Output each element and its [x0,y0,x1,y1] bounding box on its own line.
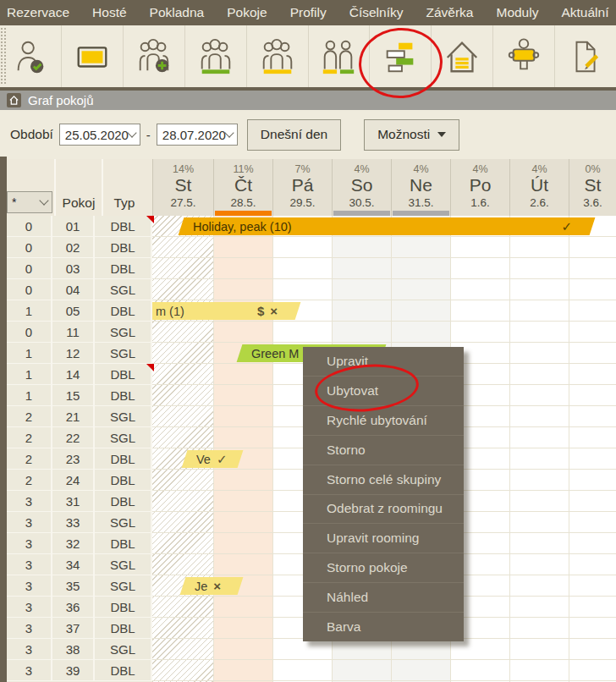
room-row-15[interactable]: 115DBL [7,385,152,406]
room-row-32[interactable]: 332DBL [7,533,152,554]
floor-group-cell: 0 [7,279,52,300]
today-button[interactable]: Dnešní den [247,119,341,151]
room-row-04[interactable]: 004SGL [7,279,152,300]
room-row-21[interactable]: 221SGL [7,406,152,427]
caret-down-icon [437,132,446,137]
reservation-bar-m-1[interactable]: m (1)$× [152,302,300,320]
room-row-23[interactable]: 223DBL [7,448,152,470]
window-titlebar: Graf pokojů [0,87,616,110]
period-from-select[interactable]: 25.05.2020 [59,124,140,146]
room-row-31[interactable]: 331DBL [7,491,152,512]
menubar-item-profily[interactable]: Profily [290,5,327,20]
period-to-select[interactable]: 28.07.2020 [157,124,238,146]
context-menu-item-odebrat-z-roomingu[interactable]: Odebrat z roomingu [303,494,464,524]
room-type-cell: SGL [95,343,152,364]
context-menu-item-upravit[interactable]: Upravit [303,347,464,376]
checkin-guest-toolbar-button[interactable] [0,25,62,87]
room-row-02[interactable]: 002DBL [7,237,152,258]
reservation-bar-je[interactable]: Je× [180,577,244,595]
room-number-cell: 12 [52,343,95,364]
room-number-cell: 02 [52,237,95,258]
context-menu-item-rychle-ubytovani[interactable]: Rychlé ubytování [303,405,464,435]
hotel-toolbar-button[interactable] [432,25,493,87]
room-row-34[interactable]: 334SGL [7,554,152,575]
two-guests-status-icon [319,37,358,76]
room-number-cell: 38 [52,639,95,660]
menubar-item-rezervace[interactable]: Rezervace [7,5,69,20]
context-menu-item-storno[interactable]: Storno [303,435,464,465]
guest-board-toolbar-button[interactable] [493,25,555,87]
occupancy-percent: 0% [585,163,600,175]
room-row-01[interactable]: 001DBL [7,216,152,237]
chevron-down-icon [127,128,136,137]
room-row-11[interactable]: 011SGL [7,322,152,343]
floor-filter-select[interactable]: * [7,191,52,213]
day-name: Čt [234,175,252,195]
room-row-22[interactable]: 222SGL [7,427,152,448]
menubar-item-zaverka[interactable]: Závěrka [426,5,473,20]
floor-group-cell: 3 [7,554,52,575]
day-header-ct-28-5[interactable]: 11%Čt28.5. [213,159,272,216]
room-row-14[interactable]: 114DBL [7,364,152,385]
room-row-37[interactable]: 337DBL [7,618,152,639]
day-header-ne-31-5[interactable]: 4%Ne31.5. [391,159,450,216]
room-type-cell: DBL [95,491,152,512]
reservation-bar-ve[interactable]: Ve✓ [182,450,244,468]
room-column-header: Pokoj [54,159,102,216]
period-label: Období [10,127,53,142]
context-menu-item-ubytovat[interactable]: Ubytovat [303,376,464,405]
day-header-st-27-5[interactable]: 14%St27.5. [152,159,213,216]
room-card-toolbar-button[interactable] [62,25,124,87]
day-date: 3.6. [583,196,602,210]
two-guests-status-toolbar-button[interactable] [309,25,371,87]
context-menu-item-barva[interactable]: Barva [303,612,464,641]
room-row-24[interactable]: 224DBL [7,470,152,491]
day-header-po-1-6[interactable]: 4%Po1.6. [450,159,509,216]
day-header-st-3-6[interactable]: 0%St3.6. [569,159,616,216]
menubar-item-moduly[interactable]: Moduly [496,5,538,20]
group-reserved-toolbar-button[interactable] [247,25,309,87]
room-row-12[interactable]: 112SGL [7,343,152,364]
context-menu-item-upravit-rooming[interactable]: Upravit rooming [303,523,464,553]
day-date: 30.5. [349,196,374,210]
room-row-36[interactable]: 336DBL [7,597,152,618]
room-number-cell: 03 [52,258,95,279]
edit-document-toolbar-button[interactable] [555,25,616,87]
room-number-cell: 01 [52,216,95,237]
application-window: RezervaceHostéPokladnaPokojeProfilyČísel… [0,0,616,682]
context-menu-item-storno-cele-skupiny[interactable]: Storno celé skupiny [303,465,464,494]
room-row-33[interactable]: 333SGL [7,512,152,533]
table-header-left: * Pokoj Typ [7,159,152,216]
room-type-cell: SGL [95,575,152,597]
menubar-item-pokoje[interactable]: Pokoje [227,5,267,20]
day-header-ut-2-6[interactable]: 4%Út2.6. [509,159,569,216]
room-row-05[interactable]: 105DBL [7,300,152,322]
room-row-03[interactable]: 003DBL [7,258,152,279]
context-menu-item-storno-pokoje[interactable]: Storno pokoje [303,553,464,582]
room-chart-toolbar-button[interactable] [370,25,432,87]
menubar-item-hoste[interactable]: Hosté [92,5,127,20]
room-row-38[interactable]: 338SGL [7,639,152,660]
room-row-35[interactable]: 335SGL [7,575,152,597]
group-add-toolbar-button[interactable] [124,25,185,87]
reservation-label: m (1) [156,305,184,318]
floor-group-cell: 2 [7,448,52,470]
period-to-value: 28.07.2020 [162,128,226,142]
menubar-item-pokladna[interactable]: Pokladna [150,5,205,20]
options-button[interactable]: Možnosti [364,119,459,151]
group-checked-in-toolbar-button[interactable] [185,25,247,87]
context-menu-item-nahled[interactable]: Náhled [303,582,464,612]
room-chart-icon [381,37,420,76]
checkin-guest-icon [11,37,50,76]
check-icon: ✓ [561,219,572,234]
reservation-bar-holiday-peak-10[interactable]: Holiday, peak (10)✓ [179,217,596,235]
context-menu: UpravitUbytovatRychlé ubytováníStornoSto… [303,347,464,641]
menubar-item-aktualni[interactable]: Aktuální [561,5,608,20]
room-row-39[interactable]: 339DBL [7,660,152,681]
day-header-pa-29-5[interactable]: 7%Pá29.5. [272,159,332,216]
day-header-so-30-5[interactable]: 4%So30.5. [332,159,391,216]
floor-group-cell: 0 [7,237,52,258]
room-type-cell: DBL [95,618,152,639]
menubar-item-ciselniky[interactable]: Číselníky [349,5,404,20]
floor-group-cell: 3 [7,639,52,660]
